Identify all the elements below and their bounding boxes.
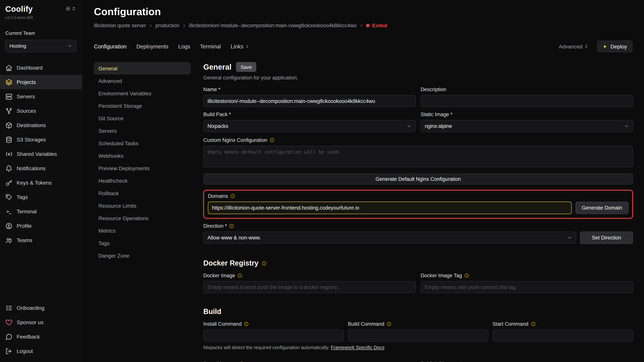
tab-links[interactable]: Links [230,43,250,49]
info-icon[interactable] [238,273,242,278]
subnav-item-environment-variables[interactable]: Environment Variables [94,87,191,99]
subnav-item-persistent-storage[interactable]: Persistent Storage [94,99,191,112]
subnav-item-healthcheck[interactable]: Healthcheck [94,174,191,187]
nginx-config-textarea[interactable] [203,146,633,167]
subnav-item-resource-operations[interactable]: Resource Operations [94,212,191,224]
sidebar-item-label: Keys & Tokens [17,180,52,186]
sidebar-item-keys-tokens[interactable]: Keys & Tokens [0,176,82,190]
description-input[interactable] [421,95,633,107]
tab-label: Configuration [94,43,127,49]
sidebar-item-sources[interactable]: Sources [0,104,82,118]
build-command-input[interactable] [348,330,488,342]
build-pack-label: Build Pack * [203,112,416,117]
info-icon[interactable] [244,322,249,327]
base-directory-field: Base Directory [203,361,416,362]
key-icon [5,179,12,186]
build-pack-field: Build Pack * Nixpacks [203,112,416,132]
sidebar-item-projects[interactable]: Projects [0,75,82,89]
info-icon[interactable] [239,361,244,362]
team-select[interactable]: Hosting [5,40,76,52]
build-heading: Build [203,308,633,316]
subnav-item-metrics[interactable]: Metrics [94,224,191,237]
sidebar-item-profile[interactable]: Profile [0,219,82,233]
sidebar-item-s3-storages[interactable]: S3 Storages [0,132,82,147]
docker-image-field: Docker Image [203,273,416,293]
docker-image-tag-input[interactable] [421,281,633,293]
subnav-item-preview-deployments[interactable]: Preview Deployments [94,162,191,174]
install-command-input[interactable] [203,330,344,342]
info-icon[interactable] [530,322,536,327]
start-command-label: Start Command [492,321,633,327]
advanced-toggle[interactable]: Advanced [559,43,589,49]
domains-input[interactable] [208,202,572,214]
sidebar-item-notifications[interactable]: Notifications [0,161,82,176]
variable-icon: (x) [5,150,12,158]
breadcrumb-item[interactable]: production [156,22,179,28]
sidebar-item-shared-variables[interactable]: (x)Shared Variables [0,147,82,161]
subnav-item-servers[interactable]: Servers [94,124,191,137]
tab-deployments[interactable]: Deployments [136,43,168,49]
name-input[interactable] [203,95,416,107]
tab-logs[interactable]: Logs [178,43,190,49]
docker-registry-heading-row: Docker Registry [203,259,633,267]
description-label: Description [421,87,633,92]
static-image-select[interactable]: nginx:alpine [421,120,633,132]
info-icon[interactable] [230,194,235,199]
sidebar-item-sponsor-us[interactable]: Sponsor us [0,315,82,330]
tab-label: Logs [178,43,190,49]
direction-select[interactable]: Allow www & non-www. [203,232,576,244]
subnav-item-git-source[interactable]: Git Source [94,112,191,124]
deploy-button[interactable]: Deploy [597,40,633,52]
sidebar-item-label: Sponsor us [17,319,44,325]
sidebar-item-label: Notifications [17,165,46,171]
breadcrumb-item[interactable]: illicitonion quote server [94,22,146,28]
framework-docs-link[interactable]: Framework Specific Docs [331,345,384,350]
subnav-item-scheduled-tasks[interactable]: Scheduled Tasks [94,137,191,149]
install-command-label: Install Command [203,321,344,327]
sidebar-item-tags[interactable]: Tags [0,190,82,204]
home-icon [5,64,12,71]
sidebar-item-destinations[interactable]: Destinations [0,118,82,132]
info-icon[interactable] [464,273,469,278]
sidebar-item-label: S3 Storages [17,137,46,143]
sidebar-item-feedback[interactable]: Feedback [0,330,82,344]
subnav-item-resource-limits[interactable]: Resource Limits [94,199,191,212]
tab-terminal[interactable]: Terminal [200,43,221,49]
sidebar-item-terminal[interactable]: >_Terminal [0,204,82,219]
start-command-input[interactable] [492,330,633,342]
breadcrumb-item[interactable]: illicitestonion/-module--decomposition:m… [189,22,356,28]
static-image-field: Static Image * nginx:alpine [421,112,633,132]
tab-configuration[interactable]: Configuration [94,43,127,49]
sidebar-item-servers[interactable]: Servers [0,89,82,104]
sidebar-item-onboarding[interactable]: Onboarding [0,301,82,315]
info-icon[interactable] [229,224,234,229]
sidebar-item-label: Logout [17,348,33,354]
tab-actions: Advanced Deploy [559,40,633,52]
build-pack-select[interactable]: Nixpacks [203,120,416,132]
info-icon[interactable] [270,138,274,143]
build-command-field: Build Command [348,321,488,342]
info-icon[interactable] [262,261,266,266]
sidebar-item-teams[interactable]: Teams [0,233,82,247]
save-button[interactable]: Save [236,62,256,72]
heart-icon [5,319,12,326]
build-command-label: Build Command [348,321,488,327]
subnav-item-tags[interactable]: Tags [94,237,191,249]
tag-icon [5,193,12,201]
subnav-item-rollback[interactable]: Rollback [94,187,191,199]
subnav-item-general[interactable]: General [94,62,191,74]
description-field: Description [421,87,633,107]
generate-nginx-config-button[interactable]: Generate Default Nginx Configuration [203,173,633,185]
subnav-item-danger-zone[interactable]: Danger Zone [94,249,191,262]
git-fork-icon [5,107,12,114]
docker-image-input[interactable] [203,281,416,293]
theme-switcher[interactable] [66,6,76,11]
set-direction-button[interactable]: Set Direction [580,232,633,244]
sidebar-item-logout[interactable]: Logout [0,344,82,358]
subnav-item-webhooks[interactable]: Webhooks [94,149,191,162]
info-icon[interactable] [386,322,392,327]
play-icon [603,44,608,49]
sidebar-item-dashboard[interactable]: Dashboard [0,60,82,75]
subnav-item-advanced[interactable]: Advanced [94,74,191,87]
generate-domain-button[interactable]: Generate Domain [576,202,628,214]
